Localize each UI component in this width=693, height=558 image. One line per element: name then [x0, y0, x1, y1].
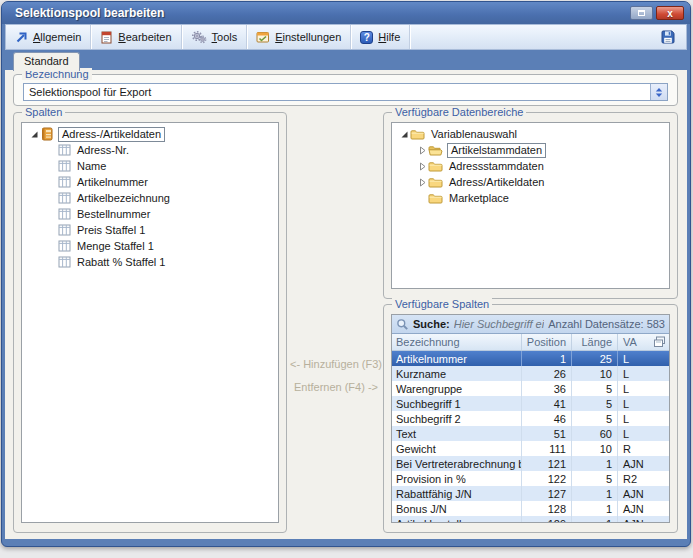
table-column-icon	[58, 208, 71, 220]
cell-va: L	[617, 426, 650, 441]
toolbar-button-einstellungen[interactable]: Einstellungen	[247, 25, 351, 49]
spalten-tree-item-label: Artikelbezeichnung	[75, 192, 172, 204]
toolbar-button-bearbeiten[interactable]: Bearbeiten	[91, 25, 181, 49]
cell-laenge: 5	[571, 411, 617, 426]
cell-bezeichnung: Artikelnummer	[392, 353, 521, 365]
tree-collapsed-icon[interactable]	[416, 162, 428, 171]
record-count: Anzahl Datensätze: 583	[548, 318, 665, 330]
cell-va: L	[617, 366, 650, 381]
datenbereiche-tree-item[interactable]: Adressstammdaten	[392, 158, 669, 174]
datenbereiche-tree-item-label: Artikelstammdaten	[447, 143, 546, 158]
remove-button[interactable]: Entfernen (F4) ->	[289, 381, 383, 393]
group-bezeichnung: Bezeichnung Selektionspool für Export	[13, 74, 678, 106]
cell-laenge: 1	[571, 501, 617, 516]
tree-expanded-icon[interactable]	[28, 130, 40, 139]
spalten-tree-item[interactable]: Name	[22, 158, 278, 174]
cell-bezeichnung: Provision in %	[392, 473, 521, 485]
spalten-tree-item[interactable]: Bestellnummer	[22, 206, 278, 222]
table-row[interactable]: Artikelnummer125L	[392, 351, 669, 366]
table-column-icon	[58, 176, 71, 188]
tab-page-standard: Bezeichnung Selektionspool für Export Sp…	[5, 70, 687, 539]
search-label: Suche:	[413, 318, 450, 330]
spalten-tree-item[interactable]: Rabatt % Staffel 1	[22, 254, 278, 270]
table-row[interactable]: Provision in %1225R2	[392, 471, 669, 486]
spalten-tree-item-label: Adress-Nr.	[75, 144, 131, 156]
cell-laenge: 5	[571, 471, 617, 486]
save-button[interactable]	[650, 25, 686, 49]
spalten-tree-item[interactable]: Preis Staffel 1	[22, 222, 278, 238]
datenbereiche-tree-children: ArtikelstammdatenAdressstammdatenAdress/…	[392, 142, 669, 206]
tree-collapsed-icon[interactable]	[416, 146, 428, 155]
toolbar-button-allgemein[interactable]: Allgemein	[6, 25, 91, 49]
datenbereiche-tree-item-label: Adressstammdaten	[447, 160, 546, 172]
dialog-window: Selektionspool bearbeiten x Allgemein Be…	[1, 1, 691, 547]
cell-bezeichnung: Artikel bestellen	[392, 518, 521, 524]
tree-expanded-icon[interactable]	[398, 130, 410, 139]
column-chooser-button[interactable]	[650, 334, 669, 350]
search-input[interactable]	[454, 318, 545, 330]
datenbereiche-tree-item-label: Marketplace	[447, 192, 511, 204]
toolbar-button-tools[interactable]: Tools	[182, 25, 248, 49]
cell-bezeichnung: Gewicht	[392, 443, 521, 455]
table-row[interactable]: Suchbegriff 1415L	[392, 396, 669, 411]
tab-standard[interactable]: Standard	[13, 52, 80, 71]
table-row[interactable]: Gewicht11110R	[392, 441, 669, 456]
column-header-position[interactable]: Position	[521, 334, 571, 350]
toolbar-label-allgemein: Allgemein	[33, 31, 81, 43]
column-header-bezeichnung[interactable]: Bezeichnung	[392, 336, 521, 348]
column-header-laenge[interactable]: Länge	[571, 334, 617, 350]
toolbar-label-einstellungen: Einstellungen	[275, 31, 341, 43]
cell-bezeichnung: Kurzname	[392, 368, 521, 380]
table-row[interactable]: Bonus J/N1281AJN	[392, 501, 669, 516]
cell-position: 128	[521, 501, 571, 516]
table-row[interactable]: Bei Vertreterabrechnung berücksichtige12…	[392, 456, 669, 471]
cell-spacer	[650, 411, 669, 426]
spalten-tree-item-label: Rabatt % Staffel 1	[75, 256, 167, 268]
bezeichnung-combobox[interactable]: Selektionspool für Export	[23, 83, 668, 101]
add-button[interactable]: <- Hinzufügen (F3)	[289, 358, 383, 370]
datenbereiche-tree-item[interactable]: Marketplace	[392, 190, 669, 206]
datenbereiche-tree: Variablenauswahl ArtikelstammdatenAdress…	[392, 123, 669, 206]
restore-button[interactable]	[630, 6, 653, 20]
settings-icon	[256, 30, 270, 44]
cell-va: R2	[617, 471, 650, 486]
table-row[interactable]: Rabattfähig J/N1271AJN	[392, 486, 669, 501]
datenbereiche-root-label[interactable]: Variablenauswahl	[429, 128, 519, 140]
cell-bezeichnung: Text	[392, 428, 521, 440]
titlebar[interactable]: Selektionspool bearbeiten x	[2, 2, 690, 24]
tree-collapsed-icon[interactable]	[416, 178, 428, 187]
cell-laenge: 60	[571, 426, 617, 441]
toolbar-label-hilfe: Hilfe	[378, 31, 400, 43]
table-header: Bezeichnung Position Länge VA	[392, 334, 669, 351]
spalten-tree-root[interactable]: Adress-/Artikeldaten	[22, 126, 278, 142]
cell-position: 1	[521, 351, 571, 366]
spalten-tree-item[interactable]: Artikelbezeichnung	[22, 190, 278, 206]
table-row[interactable]: Kurzname2610L	[392, 366, 669, 381]
spalten-tree-item-label: Name	[75, 160, 108, 172]
combobox-dropdown-button[interactable]	[650, 84, 667, 100]
table-row[interactable]: Warengruppe365L	[392, 381, 669, 396]
datenbereiche-tree-item[interactable]: Artikelstammdaten	[392, 142, 669, 158]
table-column-icon	[58, 240, 71, 252]
spalten-tree-item[interactable]: Menge Staffel 1	[22, 238, 278, 254]
group-verfuegbare-spalten-label: Verfügbare Spalten	[392, 298, 492, 310]
column-header-va[interactable]: VA	[617, 334, 650, 350]
datenbereiche-tree-root[interactable]: Variablenauswahl	[392, 126, 669, 142]
spalten-tree-item[interactable]: Artikelnummer	[22, 174, 278, 190]
spalten-tree-item[interactable]: Adress-Nr.	[22, 142, 278, 158]
toolbar-label-bearbeiten: Bearbeiten	[118, 31, 171, 43]
table-row[interactable]: Text5160L	[392, 426, 669, 441]
close-button[interactable]: x	[656, 6, 684, 20]
column-chooser-icon	[653, 336, 666, 348]
cell-laenge: 10	[571, 366, 617, 381]
cell-spacer	[650, 471, 669, 486]
datenbereiche-tree-item[interactable]: Adress/Artikeldaten	[392, 174, 669, 190]
folder-icon	[428, 160, 443, 173]
spalten-root-label[interactable]: Adress-/Artikeldaten	[58, 127, 165, 142]
table-row[interactable]: Artikel bestellen1291AJN	[392, 516, 669, 523]
group-spalten: Spalten Adress-/Artikeldaten Adress-Nr.N…	[13, 112, 287, 533]
toolbar-button-hilfe[interactable]: ? Hilfe	[351, 25, 410, 49]
table-row[interactable]: Suchbegriff 2465L	[392, 411, 669, 426]
cell-va: L	[617, 351, 650, 366]
toolbar-label-tools: Tools	[212, 31, 238, 43]
